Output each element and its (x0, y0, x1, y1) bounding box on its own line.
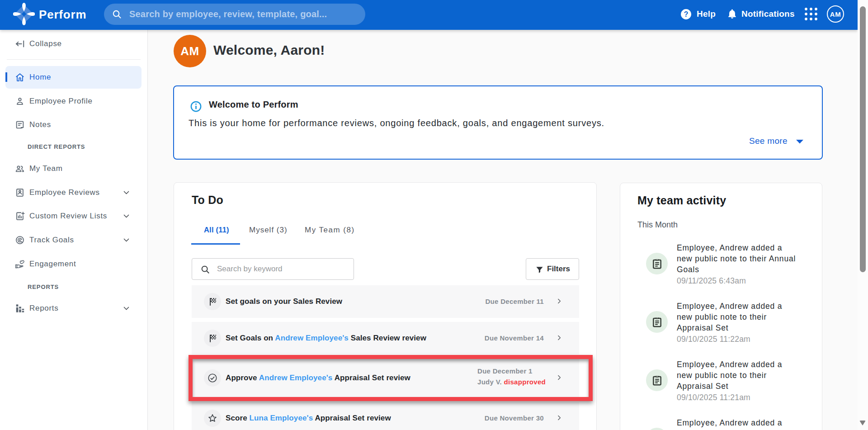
svg-text:?: ? (684, 10, 689, 18)
